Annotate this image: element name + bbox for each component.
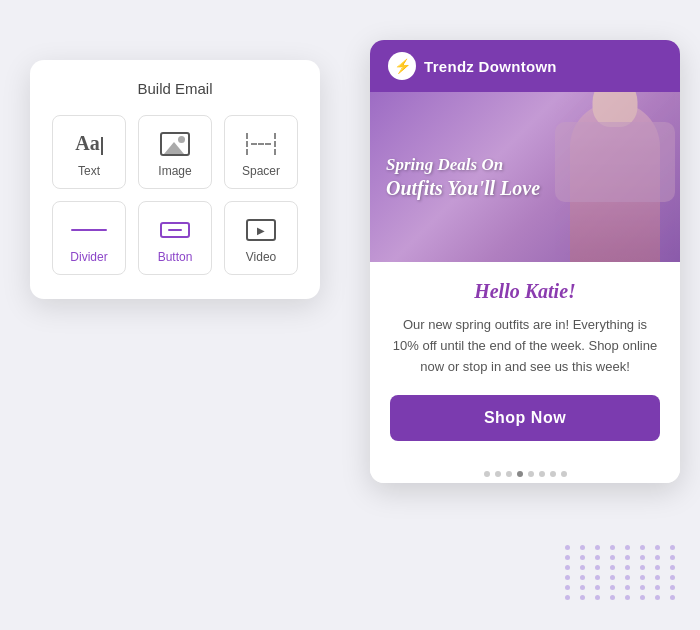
build-email-panel: Build Email Aa Text Image [30, 60, 320, 299]
email-hero: Spring Deals On Outfits You'll Love [370, 92, 680, 262]
hero-line2: Outfits You'll Love [386, 176, 540, 200]
element-button[interactable]: Button [138, 201, 212, 275]
dot-grid-decoration: const dg = document.querySelector('.dot-… [565, 545, 680, 600]
element-video[interactable]: Video [224, 201, 298, 275]
video-label: Video [246, 250, 276, 264]
shop-now-button[interactable]: Shop Now [390, 395, 660, 441]
hero-text: Spring Deals On Outfits You'll Love [386, 154, 540, 200]
element-text[interactable]: Aa Text [52, 115, 126, 189]
video-element-icon [246, 216, 276, 244]
brand-name: Trendz Downtown [424, 58, 557, 75]
hero-person-image [570, 102, 660, 262]
spacer-element-icon [246, 130, 276, 158]
elements-grid: Aa Text Image Spacer [52, 115, 298, 275]
element-spacer[interactable]: Spacer [224, 115, 298, 189]
image-element-icon [160, 130, 190, 158]
divider-label: Divider [70, 250, 107, 264]
email-greeting: Hello Katie! [390, 280, 660, 303]
email-body-text: Our new spring outfits are in! Everythin… [390, 315, 660, 377]
button-label: Button [158, 250, 193, 264]
email-header: ⚡ Trendz Downtown [370, 40, 680, 92]
element-divider[interactable]: Divider [52, 201, 126, 275]
preview-dots [370, 461, 680, 483]
lightning-icon: ⚡ [394, 58, 411, 74]
panel-title: Build Email [52, 80, 298, 97]
button-element-icon [160, 216, 190, 244]
divider-element-icon [71, 216, 107, 244]
text-label: Text [78, 164, 100, 178]
element-image[interactable]: Image [138, 115, 212, 189]
spacer-label: Spacer [242, 164, 280, 178]
text-element-icon: Aa [75, 130, 102, 158]
brand-icon: ⚡ [388, 52, 416, 80]
hero-line1: Spring Deals On [386, 154, 540, 176]
email-preview-panel: ⚡ Trendz Downtown Spring Deals On Outfit… [370, 40, 680, 483]
email-body: Hello Katie! Our new spring outfits are … [370, 262, 680, 461]
image-label: Image [158, 164, 191, 178]
